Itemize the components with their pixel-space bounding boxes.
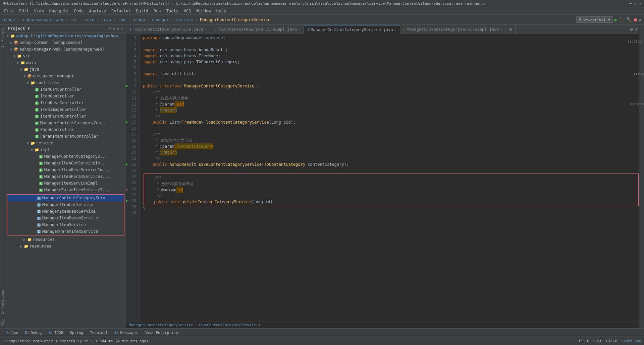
build-button[interactable]: 🔨 — [626, 17, 632, 22]
menu-file[interactable]: File — [1, 7, 16, 15]
tree-item-ashop-common[interactable]: ▶ 📦 ashop-common [ashopcommon] — [5, 39, 126, 46]
gear-icon[interactable]: ⚙ — [113, 26, 115, 31]
menu-run[interactable]: Run — [151, 7, 164, 15]
tree-item-managercontent-ctrl[interactable]: C ManagerContentCategoryCon... — [5, 120, 126, 126]
breadcrumb-java[interactable]: java — [101, 17, 111, 22]
maven-projects-label[interactable]: Maven Projects — [626, 39, 644, 44]
breadcrumb-ashop[interactable]: ashop — [3, 17, 15, 22]
tree-item-manageritemservice[interactable]: I ManagerItemService — [7, 221, 124, 228]
menu-tools[interactable]: Tools — [164, 7, 181, 15]
tree-item-managerparamitemimpl[interactable]: C ManagerParamItemServiceI... — [5, 187, 126, 193]
breadcrumb-service[interactable]: service — [176, 17, 193, 22]
tree-item-managercategoryserviceimpl[interactable]: C ManagerContentCategoryS... — [5, 153, 126, 160]
tree-item-main[interactable]: ▼ 📁 main — [5, 59, 126, 66]
close-sidebar-icon[interactable]: ✕ — [121, 26, 123, 31]
tree-item-itemdesccontroller[interactable]: C ItemDescController — [5, 99, 126, 106]
breadcrumb-manager[interactable]: manager — [152, 17, 169, 22]
web-panel-label[interactable]: Web — [0, 317, 5, 328]
run-button[interactable]: ▶ — [614, 17, 617, 22]
tab-pin[interactable]: ⊞ — [506, 25, 515, 34]
tree-item-itemcatcontroller[interactable]: C ItemCatController — [5, 86, 126, 93]
code-editor[interactable]: 1 2 3 4 5 6 7 8 ●9 10 11 12 13 14 ●15 16 — [126, 34, 639, 322]
breadcrumb-ashop2[interactable]: ashop — [133, 17, 145, 22]
database-label[interactable]: Database — [632, 72, 644, 77]
breadcrumb-main[interactable]: main — [85, 17, 94, 22]
menu-edit[interactable]: Edit — [16, 7, 32, 15]
tree-item-src[interactable]: ▼ 📁 src — [5, 53, 126, 59]
tree-item-resources2[interactable]: ▶ 📁 resources — [5, 243, 126, 250]
menu-code[interactable]: Code — [71, 7, 87, 15]
tab-close-2[interactable]: ✕ — [298, 27, 300, 31]
tree-item-pagecontroller[interactable]: C PageController — [5, 126, 126, 133]
z-structure-label[interactable]: Z-Structure — [629, 102, 644, 107]
close-button[interactable]: ✕ — [639, 1, 641, 6]
coverage-button[interactable]: ≡ — [639, 17, 641, 22]
minimize-button[interactable]: ─ — [629, 1, 632, 6]
tree-item-service-folder[interactable]: ▼ 📁 service — [5, 140, 126, 146]
menu-vcs[interactable]: VCS — [181, 7, 194, 15]
maximize-button[interactable]: □ — [634, 1, 637, 6]
menu-analyze[interactable]: Analyze — [86, 7, 109, 15]
run-config-selector[interactable]: ProviderTest ▼ — [576, 16, 613, 23]
tree-item-java[interactable]: ▼ 📁 java — [5, 66, 126, 73]
project-panel-label[interactable]: 1: Project — [0, 25, 5, 50]
tab-expand[interactable]: ⊟ — [634, 27, 637, 31]
tree-item-manager-web[interactable]: ▼ 📦 ashop-manager-web [ashopmanagerweb] — [5, 46, 126, 53]
breadcrumb-com[interactable]: com — [118, 17, 126, 22]
tab-close-3[interactable]: ✕ — [394, 28, 396, 31]
sync-icon[interactable]: ⟳ — [108, 26, 112, 31]
tab-tbcontentcategoryservice[interactable]: I TbContentCateGoryService.java ✕ — [126, 25, 210, 34]
window-controls[interactable]: ─ □ ✕ — [629, 1, 641, 6]
bottom-tab-debug[interactable]: 5: Debug — [22, 330, 45, 336]
tree-item-ashop-root[interactable]: ▼ 📁 ashop C:\githubRepositories\shopping… — [5, 32, 126, 39]
menu-view[interactable]: View — [32, 7, 47, 15]
tab-tbcontentcategoryserviceimpl[interactable]: C TbContentCateGoryServiceImpl.java ✕ — [210, 25, 304, 34]
tab-managercategoryservice[interactable]: I ManagerContentCategoryService.java ✕ — [304, 25, 400, 34]
menu-help[interactable]: Help — [214, 7, 229, 15]
menu-build[interactable]: Build — [133, 7, 151, 15]
stop-button[interactable]: ⏹ — [633, 17, 638, 22]
bottom-tab-run[interactable]: 4: Run — [3, 330, 21, 336]
tree-item-manageritemparmimpl[interactable]: C ManagerItemParamServiceI... — [5, 173, 126, 180]
event-log-link[interactable]: Event Log — [621, 339, 641, 343]
breadcrumb-editor-class[interactable]: ManagerContentCategoryService — [129, 323, 193, 327]
bottom-tab-terminal[interactable]: Terminal — [87, 330, 111, 336]
menu-window[interactable]: Window — [194, 7, 213, 15]
tree-item-managercategoryservice[interactable]: I ManagerContentCategoryServ — [7, 195, 124, 201]
bottom-tab-messages[interactable]: 0: Messages — [111, 330, 141, 336]
tab-close-1[interactable]: ✕ — [205, 27, 207, 31]
tree-item-controller[interactable]: ▼ 📁 controller — [5, 79, 126, 86]
debug-button[interactable]: ⬛ — [619, 17, 625, 22]
tab-scroll-right[interactable]: ▶ — [632, 27, 634, 31]
tree-item-manageritemcatimpl[interactable]: C ManagerItemCatServiceIm... — [5, 160, 126, 166]
tab-scroll-left[interactable]: ◀ — [629, 27, 632, 31]
tree-item-manageritemdescservice[interactable]: I ManagerItemDescService — [7, 208, 124, 215]
tree-item-itemcontroller[interactable]: C ItemController — [5, 93, 126, 99]
menu-navigate[interactable]: Navigate — [47, 7, 71, 15]
code-content[interactable]: package com.ashop.manager.service; impor… — [140, 34, 639, 322]
breadcrumb-src[interactable]: src — [70, 17, 77, 22]
tree-item-manageritemserviceimpl[interactable]: C ManagerItemServiceImpl — [5, 180, 126, 187]
breadcrumb-editor-method[interactable]: saveContentCategoryService() — [198, 323, 260, 327]
bottom-tab-spring[interactable]: Spring — [67, 330, 86, 336]
tree-item-package[interactable]: ▼ 📦 com.ashop.manager — [5, 73, 126, 79]
tree-item-manageritemdescimpl[interactable]: C ManagerItemDescServiceIm... — [5, 166, 126, 173]
tree-item-manageritemparamservice[interactable]: I ManagerItemParamService — [7, 215, 124, 221]
tree-item-resources[interactable]: ▶ 📁 resources — [5, 236, 126, 243]
tree-item-managerparamitemservice[interactable]: I ManagerParamItemService — [7, 228, 124, 235]
tab-close-4[interactable]: ✕ — [500, 27, 502, 31]
tree-item-itemimagecontroller[interactable]: C ItemImageController — [5, 106, 126, 113]
tree-item-paramitemparamcontroller[interactable]: C ParamItemParamController — [5, 133, 126, 140]
bottom-tab-todo[interactable]: 6: TODO — [46, 330, 66, 336]
tree-item-manageritemcatservice[interactable]: I ManagerItemCatService — [7, 201, 124, 208]
settings-icon[interactable]: ≡ — [117, 26, 119, 31]
favorites-panel-label[interactable]: 2: Favorites — [0, 287, 5, 317]
bottom-tab-java-enterprise[interactable]: Java Enterprise — [142, 330, 181, 336]
breadcrumb-current[interactable]: ManagerContentCategoryService — [200, 17, 271, 22]
menu-refactor[interactable]: Refactor — [109, 7, 133, 15]
tree-label-controller: controller — [36, 80, 60, 85]
tree-item-itemparamcontroller[interactable]: C ItemParamController — [5, 113, 126, 120]
breadcrumb-manager-web[interactable]: ashop-manager-web — [22, 17, 63, 22]
tab-managercategoryserviceimpl[interactable]: C ManagerContentCategoryServiceImpl.java… — [400, 25, 506, 34]
tree-item-impl-folder[interactable]: ▼ 📁 impl — [5, 146, 126, 153]
